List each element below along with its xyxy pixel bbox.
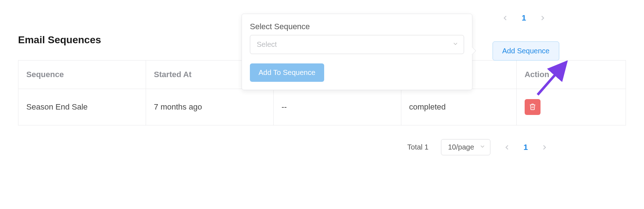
sequence-select[interactable]: Select [250, 35, 464, 54]
total-count: Total 1 [407, 143, 429, 151]
chevron-down-icon [452, 40, 459, 49]
popover-label: Select Sequence [250, 22, 464, 31]
page-size-value: 10/page [448, 143, 474, 151]
cell-started: 7 months ago [146, 89, 273, 125]
cell-action [516, 89, 626, 125]
chevron-down-icon [479, 143, 486, 151]
add-to-sequence-button[interactable]: Add To Sequence [250, 63, 324, 82]
page-number[interactable]: 1 [524, 143, 528, 152]
bottom-pagination: Total 1 10/page 1 [18, 139, 626, 155]
add-sequence-button[interactable]: Add Sequence [493, 41, 559, 61]
table-row: Season End Sale 7 months ago -- complete… [18, 89, 626, 125]
section-title: Email Sequences [18, 34, 101, 46]
cell-sequence: Season End Sale [18, 89, 146, 125]
select-placeholder: Select [257, 40, 277, 48]
page-number[interactable]: 1 [522, 13, 526, 23]
col-sequence: Sequence [18, 61, 146, 89]
cell-next: -- [273, 89, 401, 125]
page-size-select[interactable]: 10/page [441, 139, 490, 155]
col-action: Action [516, 61, 626, 89]
next-page-button[interactable] [539, 14, 547, 22]
prev-page-button[interactable] [501, 14, 509, 22]
add-sequence-popover: Select Sequence Select Add To Sequence [242, 14, 472, 90]
trash-icon [529, 103, 536, 111]
prev-page-button[interactable] [503, 143, 511, 151]
cell-status: completed [401, 89, 516, 125]
delete-button[interactable] [525, 99, 541, 115]
next-page-button[interactable] [541, 143, 548, 151]
